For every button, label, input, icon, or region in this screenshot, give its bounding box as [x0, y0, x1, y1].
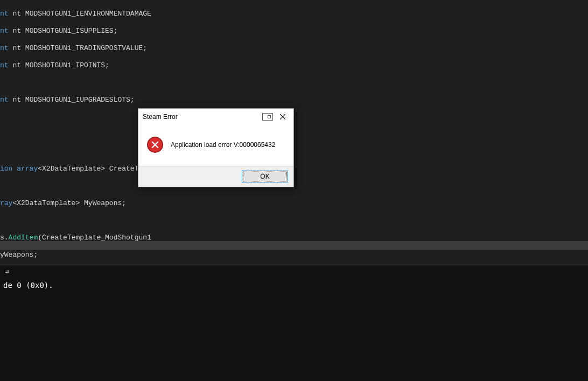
output-toolbar: ⇄ — [3, 267, 585, 276]
window-snap-icon[interactable] — [262, 113, 273, 121]
keyword-int: nt — [0, 10, 9, 18]
code-text: <X2DataTemplate> MyWeapons; — [12, 199, 126, 207]
keyword-int: nt — [0, 44, 9, 52]
keyword-int: nt — [0, 96, 9, 104]
keyword-array: ray — [0, 199, 12, 207]
keyword-function: ion — [0, 165, 12, 173]
ok-button[interactable]: OK — [242, 171, 288, 182]
code-text: nt MODSHOTGUN1_TRADINGPOSTVALUE; — [12, 44, 147, 52]
dialog-body: Application load error V:0000065432 — [138, 125, 293, 166]
current-line-highlight — [0, 241, 588, 250]
code-text: nt MODSHOTGUN1_IUPGRADESLOTS; — [12, 96, 134, 104]
keyword-int: nt — [0, 61, 9, 69]
output-panel[interactable]: ⇄ de 0 (0x0). — [0, 265, 588, 381]
output-text: de 0 (0x0). — [3, 279, 585, 290]
code-text: (CreateTemplate_ModShotgun1 — [38, 234, 151, 242]
method-call: AddItem — [9, 234, 38, 242]
dialog-titlebar[interactable]: Steam Error — [138, 109, 293, 125]
code-text: nt MODSHOTGUN1_ISUPPLIES; — [12, 27, 117, 35]
code-text: nt MODSHOTGUN1_IPOINTS; — [12, 61, 109, 69]
code-text: s. — [0, 234, 9, 242]
dialog-title: Steam Error — [143, 113, 262, 121]
close-icon — [280, 114, 285, 119]
error-dialog: Steam Error Application load error V:000… — [138, 108, 294, 187]
keyword-array: array — [17, 165, 38, 173]
wrap-icon[interactable]: ⇄ — [3, 267, 11, 276]
code-text: yWeapons; — [0, 251, 38, 259]
dialog-footer: OK — [138, 166, 293, 187]
code-text: <X2DataTemplate> — [38, 165, 105, 173]
keyword-int: nt — [0, 27, 9, 35]
dialog-message: Application load error V:0000065432 — [171, 141, 275, 149]
error-icon — [147, 137, 163, 153]
close-button[interactable] — [276, 110, 289, 123]
code-text: nt MODSHOTGUN1_IENVIRONMENTDAMAGE — [12, 10, 151, 18]
